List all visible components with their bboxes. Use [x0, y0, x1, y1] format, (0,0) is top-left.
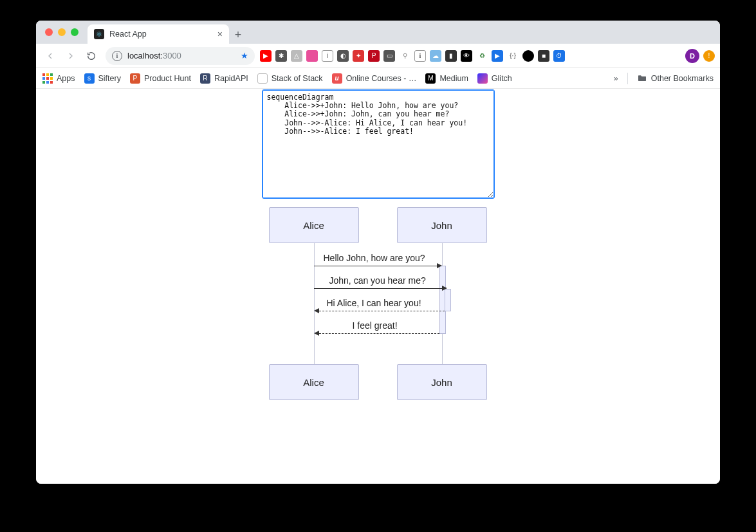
bookmark-glitch[interactable]: Glitch — [477, 73, 512, 84]
ext-icon[interactable]: ◐ — [337, 50, 349, 62]
medium-icon: M — [425, 73, 436, 84]
sequence-diagram: Alice John Hello John, how are you? John… — [263, 207, 494, 407]
apps-icon — [42, 73, 53, 84]
site-info-icon[interactable]: i — [112, 51, 122, 61]
browser-tab[interactable]: ⚛ React App × — [88, 24, 229, 44]
braces-ext-icon[interactable]: {·} — [507, 50, 519, 62]
forward-button[interactable] — [62, 47, 80, 65]
udemy-icon: u — [332, 73, 342, 84]
browser-toolbar: i localhost:3000 ★ ▶ ✱ △ i ◐ ✦ P ▭ ⚲ i ☁… — [36, 44, 720, 68]
dot-ext-icon[interactable] — [522, 50, 534, 62]
bookmark-producthunt[interactable]: PProduct Hunt — [130, 73, 191, 84]
video-ext-icon[interactable]: ■ — [538, 50, 549, 62]
bookmark-star-icon[interactable]: ★ — [241, 51, 248, 60]
bookmark-udemy[interactable]: uOnline Courses - … — [332, 73, 417, 84]
msg-2-label: John, can you hear me? — [329, 275, 426, 286]
new-tab-button[interactable]: + — [229, 26, 247, 44]
search-ext-icon[interactable]: ⚲ — [399, 50, 410, 62]
folder-icon — [637, 73, 647, 84]
siftery-icon: s — [84, 73, 95, 84]
profile-avatar[interactable]: D — [685, 49, 699, 63]
bookmark-medium[interactable]: MMedium — [425, 73, 468, 84]
alert-icon[interactable]: ! — [703, 50, 715, 62]
minimize-window-button[interactable] — [58, 28, 66, 36]
tab-title: React App — [109, 30, 212, 39]
ext-icon[interactable]: ✦ — [353, 50, 364, 62]
browser-window: ⚛ React App × + i localhost:3000 ★ ▶ ✱ △… — [36, 21, 720, 484]
mermaid-source-textarea[interactable] — [263, 90, 494, 198]
msg-2-arrowhead-icon — [442, 286, 447, 291]
react-favicon-icon: ⚛ — [94, 29, 104, 39]
back-button[interactable] — [41, 47, 59, 65]
ext-icon[interactable]: ▮ — [445, 50, 457, 62]
info2-ext-icon[interactable]: i — [414, 50, 426, 62]
ext-icon[interactable]: ✱ — [275, 50, 287, 62]
url-text: localhost:3000 — [127, 51, 181, 60]
producthunt-icon: P — [130, 73, 140, 84]
ext-icon[interactable] — [306, 50, 318, 62]
page-icon — [257, 73, 268, 84]
msg-3-label: Hi Alice, I can hear you! — [327, 298, 421, 308]
glitch-icon — [477, 73, 488, 84]
actor-alice-top: Alice — [269, 207, 359, 243]
actor-john-bottom: John — [397, 364, 487, 400]
bookmark-stackofstack[interactable]: Stack of Stack — [257, 73, 323, 84]
clockify-ext-icon[interactable]: ⏱ — [553, 50, 565, 62]
reload-button[interactable] — [82, 47, 100, 65]
fullscreen-window-button[interactable] — [71, 28, 78, 36]
cast-ext-icon[interactable]: ▭ — [383, 50, 395, 62]
msg-1-arrowhead-icon — [437, 263, 442, 268]
msg-3-arrow — [319, 311, 445, 311]
bookmark-siftery[interactable]: sSiftery — [84, 73, 121, 84]
activation-bar-inner — [445, 289, 451, 311]
close-window-button[interactable] — [45, 28, 53, 36]
tab-strip: ⚛ React App × + — [36, 21, 720, 44]
extensions-row: ▶ ✱ △ i ◐ ✦ P ▭ ⚲ i ☁ ▮ 👁 ♻ ▶ {·} ■ ⏱ D … — [260, 49, 715, 63]
apps-shortcut[interactable]: Apps — [42, 73, 75, 84]
msg-3-arrowhead-icon — [314, 308, 319, 313]
bookmark-rapidapi[interactable]: RRapidAPI — [200, 73, 248, 84]
youtube-ext-icon[interactable]: ▶ — [260, 50, 272, 62]
eye-ext-icon[interactable]: 👁 — [461, 50, 472, 62]
address-bar[interactable]: i localhost:3000 ★ — [106, 47, 255, 65]
pinterest-ext-icon[interactable]: P — [368, 50, 380, 62]
ext-icon[interactable]: ☁ — [430, 50, 441, 62]
msg-4-label: I feel great! — [353, 320, 398, 331]
bookmarks-overflow-button[interactable]: » — [614, 74, 618, 83]
msg-1-arrow — [314, 266, 437, 266]
page-content: Alice John Hello John, how are you? John… — [36, 89, 720, 484]
lifeline-alice — [314, 243, 315, 364]
msg-2-arrow — [314, 288, 442, 289]
close-tab-button[interactable]: × — [217, 30, 223, 39]
actor-alice-bottom: Alice — [269, 364, 359, 400]
msg-1-label: Hello John, how are you? — [324, 253, 425, 263]
ext-icon[interactable]: ▶ — [492, 50, 503, 62]
info-ext-icon[interactable]: i — [322, 50, 333, 62]
bookmarks-bar: Apps sSiftery PProduct Hunt RRapidAPI St… — [36, 68, 720, 89]
drive-ext-icon[interactable]: △ — [291, 50, 302, 62]
recycle-ext-icon[interactable]: ♻ — [476, 50, 488, 62]
apps-label: Apps — [57, 74, 75, 83]
msg-4-arrowhead-icon — [314, 331, 319, 336]
window-controls — [42, 21, 84, 44]
msg-4-arrow — [319, 333, 439, 334]
other-bookmarks-folder[interactable]: Other Bookmarks — [637, 73, 714, 84]
actor-john-top: John — [397, 207, 487, 243]
rapidapi-icon: R — [200, 73, 210, 84]
